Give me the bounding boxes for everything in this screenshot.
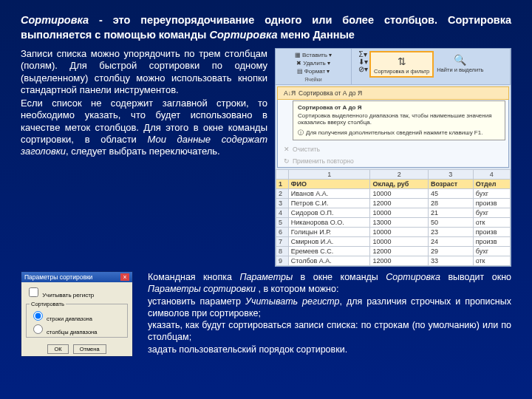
sort-dropdown: A↓Я Сортировка от А до Я Сортировка от А… bbox=[277, 86, 509, 168]
sort-filter-button[interactable]: ⇅ Сортировка и фильтр bbox=[369, 51, 434, 78]
table-row: 8Еремеев С.С.1200029бухг bbox=[276, 247, 511, 256]
bottom-description: Командная кнопка Параметры в окне команд… bbox=[148, 271, 511, 355]
ok-button[interactable]: ОК bbox=[47, 344, 68, 354]
ribbon: ▦ Вставить ▾ ✖ Удалить ▾ ▤ Формат ▾ Ячей… bbox=[276, 49, 511, 85]
case-checkbox[interactable] bbox=[29, 287, 38, 297]
table-row: 7Смирнов И.А.1000024произв bbox=[276, 237, 511, 247]
slide-title: Сортировка - это переупорядочивание одно… bbox=[21, 13, 511, 42]
excel-screenshot: ▦ Вставить ▾ ✖ Удалить ▾ ▤ Формат ▾ Ячей… bbox=[275, 48, 511, 267]
clear-item[interactable]: ✕ Очистить bbox=[278, 143, 508, 155]
cancel-button[interactable]: Отмена bbox=[73, 344, 106, 354]
find-icon: 🔍 bbox=[453, 52, 468, 67]
table-row: 6Голицын И.Р.1000023произв bbox=[276, 228, 511, 237]
delete-button[interactable]: ✖ Удалить ▾ bbox=[294, 59, 332, 67]
data-table: 1234 1 ФИО Оклад, руб Возраст Отдел 2Ива… bbox=[276, 169, 511, 266]
close-icon[interactable]: × bbox=[120, 273, 129, 281]
table-row: 9Столбов А.А.1200033отк bbox=[276, 256, 511, 266]
sort-az-item[interactable]: A↓Я Сортировка от А до Я bbox=[277, 86, 509, 100]
reapply-icon: ↻ bbox=[284, 157, 290, 165]
table-row: 5Никанорова О.О.1300050отк bbox=[276, 218, 511, 228]
sort-options-dialog: Параметры сортировки × Учитывать регистр… bbox=[21, 271, 133, 357]
clear-icon: ✕ bbox=[284, 146, 290, 153]
reapply-item[interactable]: ↻ Применить повторно bbox=[278, 155, 508, 167]
body-text: Записи списка можно упорядочить по трем … bbox=[21, 48, 267, 267]
help-icon: ⓘ bbox=[298, 129, 304, 137]
insert-button[interactable]: ▦ Вставить ▾ bbox=[293, 51, 334, 59]
sort-icon: ⇅ bbox=[395, 54, 409, 69]
col-header-row: 1234 bbox=[276, 170, 511, 180]
sort-cols-radio[interactable] bbox=[33, 324, 43, 334]
format-button[interactable]: ▤ Формат ▾ bbox=[295, 67, 332, 75]
table-row: 3Петров С.И.1200028произв bbox=[276, 199, 511, 208]
sort-rows-radio[interactable] bbox=[33, 311, 43, 321]
table-row: 4Сидоров О.П.1000021бухг bbox=[276, 208, 511, 218]
sort-az-icon: A↓Я bbox=[284, 89, 296, 97]
find-select-button[interactable]: 🔍 Найти и выделить bbox=[434, 51, 486, 75]
dialog-titlebar: Параметры сортировки × bbox=[21, 272, 132, 282]
table-row: 2Иванов А.А.1000045бухг bbox=[276, 189, 511, 199]
table-header-row: 1 ФИО Оклад, руб Возраст Отдел bbox=[276, 180, 511, 189]
tooltip: Сортировка от А до Я Сортировка выделенн… bbox=[293, 100, 505, 140]
